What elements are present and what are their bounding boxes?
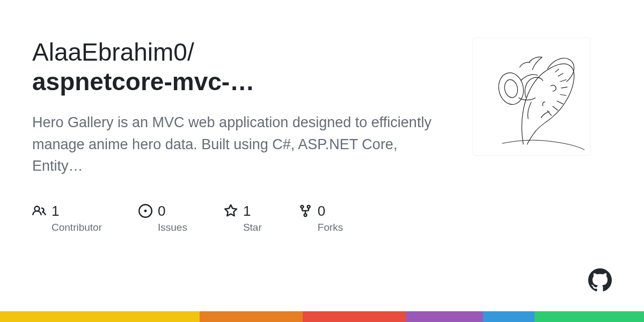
repo-description: Hero Gallery is an MVC web application d… — [32, 112, 451, 177]
stars-label: Star — [243, 222, 262, 233]
lang-seg-6 — [535, 311, 644, 322]
repo-title: AlaaEbrahim0/ aspnetcore-mvc-… — [32, 38, 451, 97]
svg-point-1 — [503, 78, 519, 99]
card-content: AlaaEbrahim0/ aspnetcore-mvc-… Hero Gall… — [0, 0, 644, 233]
star-icon — [224, 204, 238, 218]
issues-label: Issues — [158, 222, 187, 233]
lang-seg-5 — [483, 311, 535, 322]
stats-row: 1 Contributor 0 Issues 1 Star — [32, 203, 451, 233]
stat-forks[interactable]: 0 Forks — [298, 203, 343, 233]
language-bar — [0, 311, 644, 322]
stars-value: 1 — [243, 203, 251, 219]
stat-stars[interactable]: 1 Star — [224, 203, 262, 233]
stat-issues[interactable]: 0 Issues — [138, 203, 187, 233]
lang-seg-3 — [303, 311, 406, 322]
avatar-illustration-icon — [473, 38, 590, 155]
left-column: AlaaEbrahim0/ aspnetcore-mvc-… Hero Gall… — [32, 38, 451, 233]
issues-value: 0 — [158, 203, 165, 219]
stat-contributors[interactable]: 1 Contributor — [32, 203, 102, 233]
lang-seg-4 — [406, 311, 483, 322]
lang-seg-1 — [0, 311, 200, 322]
svg-point-0 — [496, 70, 526, 107]
issue-icon — [138, 204, 152, 218]
forks-label: Forks — [318, 222, 343, 233]
repo-name[interactable]: aspnetcore-mvc-… — [32, 68, 254, 96]
repo-owner[interactable]: AlaaEbrahim0 — [32, 38, 187, 66]
contributors-label: Contributor — [52, 222, 102, 233]
contributors-value: 1 — [52, 203, 59, 219]
owner-avatar[interactable] — [472, 38, 590, 156]
fork-icon — [298, 204, 312, 218]
lang-seg-2 — [200, 311, 303, 322]
github-logo-icon[interactable] — [588, 268, 612, 292]
forks-value: 0 — [318, 203, 325, 219]
people-icon — [32, 204, 46, 218]
slash-separator: / — [187, 38, 194, 66]
